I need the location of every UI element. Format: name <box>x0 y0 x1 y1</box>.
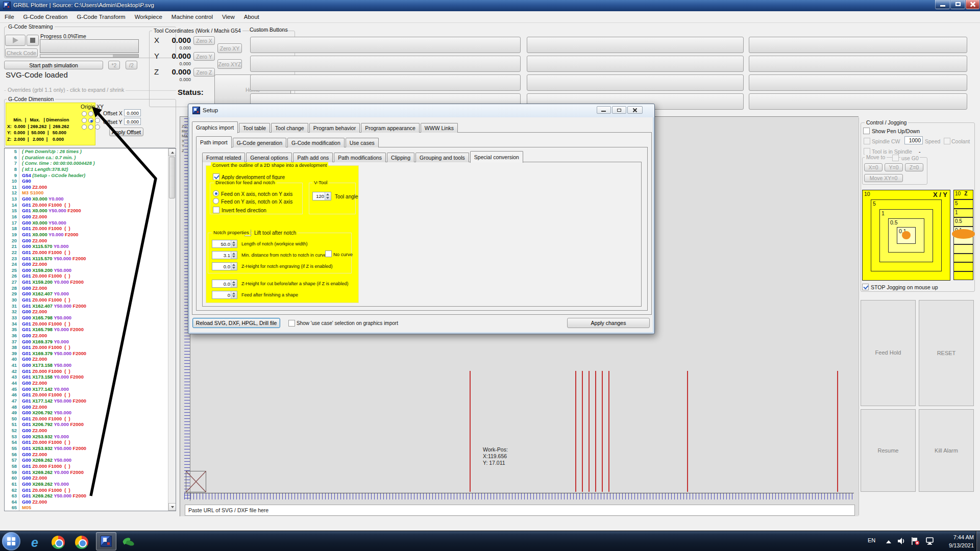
jog-pad-xy[interactable]: 10X / Y510.50.1 <box>862 190 950 281</box>
coolant-checkbox[interactable] <box>944 138 950 144</box>
tab-tool-change[interactable]: Tool change <box>271 123 308 133</box>
tab-tool-table[interactable]: Tool table <box>239 123 270 133</box>
grbl-plotter-taskbar-button[interactable] <box>96 532 116 550</box>
origin-radio-2-0[interactable] <box>82 124 87 130</box>
origin-radio-2-2[interactable] <box>95 124 100 130</box>
zero-x-button[interactable]: Zero X <box>193 36 215 45</box>
hidden-icons-chevron[interactable] <box>886 540 891 543</box>
tab-path-modifications[interactable]: Path modifications <box>334 153 386 162</box>
gcode-listing[interactable]: 5( Pen Down/Up : 26 times )6( Duration c… <box>4 148 176 511</box>
menu-item-file[interactable]: File <box>0 12 19 22</box>
menu-item-g-code-creation[interactable]: G-Code Creation <box>19 12 72 22</box>
notch-length-spinner[interactable]: 50.0 <box>212 240 237 248</box>
spinner-arrows-icon[interactable] <box>325 192 331 200</box>
move-x0-button[interactable]: X=0 <box>864 163 883 171</box>
move-z0-button[interactable]: Z=0 <box>905 163 923 171</box>
speed-div2-button[interactable]: /2 <box>126 61 137 69</box>
action-center-flag-icon[interactable] <box>911 537 920 545</box>
custom-button[interactable] <box>749 74 967 91</box>
tab-use-cases[interactable]: Use cases <box>346 138 379 147</box>
origin-radio-1-2[interactable] <box>95 118 100 123</box>
jog-pad-z[interactable]: 10Z510.50.1 <box>953 190 973 281</box>
notch-min-spinner[interactable]: 3.1 <box>212 251 237 259</box>
dialog-maximize-button[interactable] <box>612 106 626 114</box>
tab-path-import[interactable]: Path import <box>196 136 232 148</box>
spindle-cw-checkbox[interactable] <box>864 138 870 144</box>
origin-radio-0-1[interactable] <box>88 111 93 116</box>
jog-z-cell[interactable]: 0.5 <box>953 217 973 227</box>
start-button[interactable] <box>2 532 20 550</box>
tab-grouping-and-tools[interactable]: Grouping and tools <box>415 153 469 162</box>
reload-file-button[interactable]: Reload SVG, DXF, HPGL, Drill file <box>192 318 280 328</box>
custom-button[interactable] <box>250 56 521 72</box>
play-button[interactable] <box>5 35 26 46</box>
clock[interactable]: 7:44 AM 9/13/2021 <box>939 533 974 549</box>
paste-url-field[interactable]: Paste URL of SVG / DXF file here <box>185 505 855 516</box>
jog-z-cell[interactable]: 5 <box>953 199 973 209</box>
apply-offset-button[interactable]: Apply Offset <box>109 128 143 136</box>
resume-panel[interactable]: Resume <box>861 409 916 492</box>
stop-button[interactable] <box>27 35 39 46</box>
apply-changes-button[interactable]: Apply changes <box>567 318 650 328</box>
custom-button[interactable] <box>527 74 744 91</box>
overrides-header[interactable]: Overrides (grbl 1.1 only) - click to exp… <box>6 87 126 93</box>
origin-radio-0-0[interactable] <box>82 111 87 116</box>
stop-jog-checkbox[interactable] <box>862 284 869 290</box>
menu-item-workpiece[interactable]: Workpiece <box>130 12 167 22</box>
tab-program-behavior[interactable]: Program behavior <box>309 123 360 133</box>
spindle-speed-field[interactable]: 1000 <box>904 136 923 144</box>
custom-button[interactable] <box>250 74 521 91</box>
feed-x-radio[interactable] <box>213 190 219 196</box>
tab-graphics-import[interactable]: Graphics import <box>192 121 238 133</box>
start-simulation-button[interactable]: Start path simulation <box>4 61 103 69</box>
network-icon[interactable] <box>925 537 935 545</box>
origin-radio-1-1[interactable] <box>88 118 93 123</box>
scroll-thumb[interactable] <box>169 157 175 198</box>
check-code-button[interactable]: Check Code <box>5 48 38 57</box>
show-desktop-button[interactable] <box>976 531 980 551</box>
feed-hold-panel[interactable]: Feed Hold <box>861 300 916 406</box>
move-y0-button[interactable]: Y=0 <box>885 163 903 171</box>
dialog-close-button[interactable] <box>627 106 643 114</box>
jog-z-cell[interactable] <box>953 271 973 281</box>
custom-button[interactable] <box>527 37 744 53</box>
language-indicator[interactable]: EN <box>868 537 875 543</box>
jog-z-cell[interactable]: 1 <box>953 209 973 218</box>
use-g0-checkbox[interactable] <box>892 155 899 161</box>
tab-special-conversion[interactable]: Special conversion <box>470 151 523 163</box>
z-cut-spinner[interactable]: 0.0 <box>212 280 237 288</box>
jog-z-cell[interactable] <box>953 262 973 271</box>
offset-x-field[interactable]: 0.000 <box>124 109 141 116</box>
feed-y-radio[interactable] <box>213 198 219 204</box>
reset-panel[interactable]: RESET <box>919 300 974 406</box>
menu-item-about[interactable]: About <box>239 12 264 22</box>
jog-z-cell[interactable] <box>953 254 973 263</box>
origin-radio-0-2[interactable] <box>95 111 100 116</box>
scroll-up-icon[interactable] <box>168 148 176 156</box>
no-curve-checkbox[interactable] <box>325 251 332 257</box>
feed-after-spinner[interactable]: 0 <box>212 291 237 299</box>
tab-www-links[interactable]: WWW Links <box>421 123 458 133</box>
zero-y-button[interactable]: Zero Y <box>193 52 215 61</box>
dialog-minimize-button[interactable] <box>597 106 611 114</box>
tab-path-add-ons[interactable]: Path add ons <box>293 153 333 162</box>
custom-button[interactable] <box>749 56 967 72</box>
tab-format-related[interactable]: Format related <box>202 153 245 162</box>
zero-z-button[interactable]: Zero Z <box>193 68 215 77</box>
chrome-taskbar-icon[interactable] <box>50 534 66 550</box>
tab-g-code-generation[interactable]: G-Code generation <box>233 138 286 147</box>
kill-alarm-panel[interactable]: Kill Alarm <box>919 409 974 492</box>
move-xy0-button[interactable]: Move XY=0 <box>864 174 903 182</box>
show-pen-checkbox[interactable] <box>863 128 870 134</box>
tool-angle-spinner[interactable]: 120 <box>312 192 331 201</box>
custom-button[interactable] <box>749 93 967 110</box>
origin-radio-1-0[interactable] <box>82 118 87 123</box>
menu-item-machine-control[interactable]: Machine control <box>167 12 217 22</box>
jog-z-cell[interactable] <box>953 244 973 254</box>
setup-dialog-titlebar[interactable] <box>188 104 654 117</box>
show-use-case-checkbox[interactable] <box>288 320 295 327</box>
plant-app-taskbar-icon[interactable] <box>120 534 137 550</box>
speed-x2-button[interactable]: *2 <box>108 61 120 69</box>
invert-feed-checkbox[interactable] <box>213 207 219 213</box>
tab-clipping[interactable]: Clipping <box>387 153 414 162</box>
